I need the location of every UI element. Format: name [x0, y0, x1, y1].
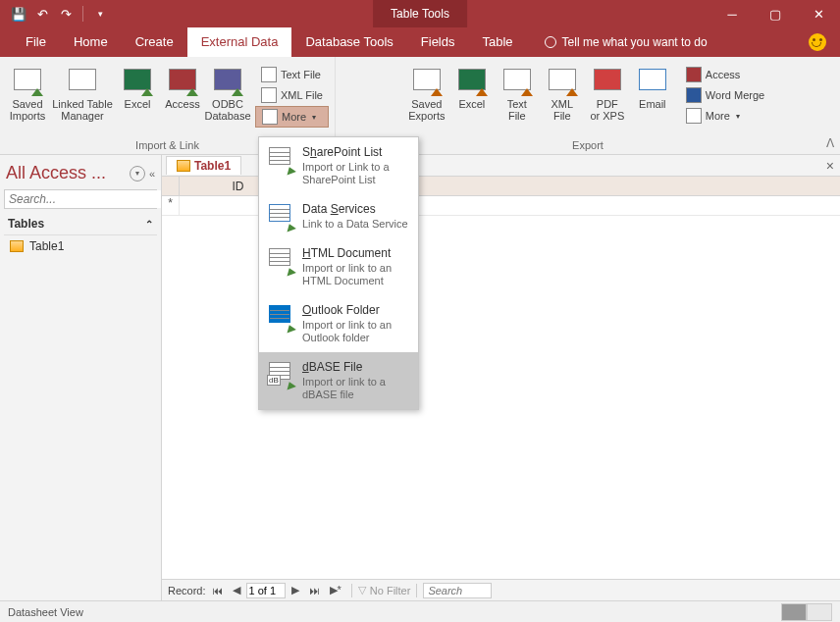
export-access-button[interactable]: Access [680, 65, 770, 84]
select-all-cell[interactable] [162, 177, 180, 195]
import-text-file-button[interactable]: Text File [255, 65, 329, 84]
collapse-section-icon[interactable]: ⌃ [145, 219, 153, 230]
tab-create[interactable]: Create [122, 27, 187, 57]
nav-section-tables[interactable]: Tables ⌃ [4, 215, 157, 235]
excel-export-icon [456, 65, 488, 96]
tab-file[interactable]: File [12, 27, 60, 57]
prev-record-button[interactable]: ◀ [229, 584, 244, 596]
ribbon: Saved Imports Linked Table Manager Excel… [0, 57, 840, 155]
record-search-input[interactable] [423, 583, 492, 598]
new-record-button[interactable]: ▶* [326, 584, 345, 596]
export-email-button[interactable]: Email [631, 61, 674, 136]
table-icon [10, 240, 24, 252]
saved-imports-icon [12, 65, 43, 96]
group-label-import: Import & Link [135, 136, 199, 154]
design-view-button[interactable] [807, 603, 832, 621]
nav-search[interactable]: 🔍 [4, 189, 157, 209]
table-tab-icon [177, 160, 190, 172]
nav-item-table1[interactable]: Table1 [4, 235, 157, 257]
tab-external-data[interactable]: External Data [187, 27, 292, 57]
ribbon-tabs: File Home Create External Data Database … [0, 27, 840, 57]
nav-title: All Access ... [6, 163, 126, 183]
feedback-smiley-icon[interactable] [809, 33, 826, 51]
workspace: All Access ... ▾ « 🔍 Tables ⌃ Table1 Tab… [0, 155, 840, 600]
nav-header[interactable]: All Access ... ▾ « [4, 159, 157, 189]
nav-search-input[interactable] [5, 190, 161, 208]
datasheet-view-button[interactable] [781, 603, 807, 621]
dropdown-sharepoint-list[interactable]: SharePoint List Import or Link to a Shar… [259, 137, 418, 194]
access-icon [167, 65, 198, 96]
nav-dropdown-icon[interactable]: ▾ [130, 166, 145, 181]
import-more-dropdown: SharePoint List Import or Link to a Shar… [258, 136, 419, 410]
dropdown-html-document[interactable]: HTML Document Import or link to an HTML … [259, 238, 418, 295]
access-small-icon [686, 67, 702, 82]
import-odbc-button[interactable]: ODBC Database [206, 61, 249, 136]
data-services-icon [267, 202, 294, 230]
saved-imports-button[interactable]: Saved Imports [6, 61, 49, 136]
linked-table-icon [67, 65, 98, 96]
excel-icon [122, 65, 153, 96]
navigation-pane: All Access ... ▾ « 🔍 Tables ⌃ Table1 [0, 155, 162, 600]
nav-shutter-icon[interactable]: « [149, 168, 155, 180]
context-title: Table Tools [373, 0, 467, 27]
close-tab-icon[interactable]: × [826, 158, 834, 174]
import-more-button[interactable]: More▾ [255, 106, 329, 128]
tab-home[interactable]: Home [60, 27, 122, 57]
redo-icon[interactable]: ↷ [55, 3, 77, 25]
chevron-down-icon: ▾ [312, 113, 316, 122]
email-icon [637, 65, 668, 96]
qat-separator [82, 6, 83, 22]
dropdown-outlook-folder[interactable]: Outlook Folder Import or link to an Outl… [259, 295, 418, 352]
collapse-ribbon-icon[interactable]: ᐱ [826, 136, 834, 150]
export-text-button[interactable]: Text File [496, 61, 539, 136]
window-buttons: ─ ▢ ✕ [710, 0, 840, 27]
dropdown-dbase-file[interactable]: dB dBASE File Import or link to a dBASE … [259, 352, 418, 409]
maximize-button[interactable]: ▢ [754, 0, 797, 27]
save-icon[interactable]: 💾 [8, 3, 29, 25]
doc-tab-table1[interactable]: Table1 [166, 156, 241, 175]
import-access-button[interactable]: Access [161, 61, 204, 136]
view-switcher [781, 603, 832, 621]
first-record-button[interactable]: ⏮ [208, 585, 227, 596]
record-position-input[interactable] [246, 583, 286, 598]
import-excel-button[interactable]: Excel [116, 61, 159, 136]
row-selector[interactable]: * [162, 196, 180, 215]
html-icon [267, 246, 294, 274]
odbc-icon [212, 65, 243, 96]
more-export-icon [686, 108, 702, 124]
customize-qat-icon[interactable]: ▾ [89, 3, 111, 25]
next-record-button[interactable]: ▶ [288, 584, 303, 596]
close-button[interactable]: ✕ [797, 0, 840, 27]
status-bar: Datasheet View [0, 600, 840, 622]
word-icon [686, 87, 702, 103]
saved-exports-button[interactable]: Saved Exports [405, 61, 448, 136]
lightbulb-icon [545, 36, 556, 48]
dbase-icon: dB [267, 360, 294, 388]
export-small-buttons: Access Word Merge More▾ [680, 61, 770, 136]
text-file-icon [261, 67, 277, 82]
import-xml-file-button[interactable]: XML File [255, 85, 329, 105]
last-record-button[interactable]: ⏭ [305, 585, 324, 596]
export-more-button[interactable]: More▾ [680, 106, 770, 126]
export-word-merge-button[interactable]: Word Merge [680, 85, 770, 105]
tab-database-tools[interactable]: Database Tools [291, 27, 406, 57]
more-icon [262, 109, 278, 125]
dropdown-data-services[interactable]: Data Services Link to a Data Service [259, 194, 418, 238]
linked-table-manager-button[interactable]: Linked Table Manager [51, 61, 114, 136]
filter-icon: ▽ [358, 584, 366, 596]
tab-fields[interactable]: Fields [407, 27, 469, 57]
outlook-icon [267, 303, 294, 331]
quick-access-toolbar: 💾 ↶ ↷ ▾ [0, 3, 111, 25]
saved-exports-icon [411, 65, 443, 96]
minimize-button[interactable]: ─ [710, 0, 754, 27]
undo-icon[interactable]: ↶ [31, 3, 53, 25]
export-excel-button[interactable]: Excel [450, 61, 494, 136]
export-xml-button[interactable]: XML File [541, 61, 584, 136]
tab-table[interactable]: Table [469, 27, 527, 57]
no-filter-label: No Filter [370, 585, 411, 596]
export-pdf-button[interactable]: PDF or XPS [586, 61, 629, 136]
tell-me-search[interactable]: Tell me what you want to do [545, 27, 708, 57]
status-view-label: Datasheet View [8, 606, 83, 618]
record-label: Record: [168, 585, 206, 596]
text-export-icon [501, 65, 533, 96]
